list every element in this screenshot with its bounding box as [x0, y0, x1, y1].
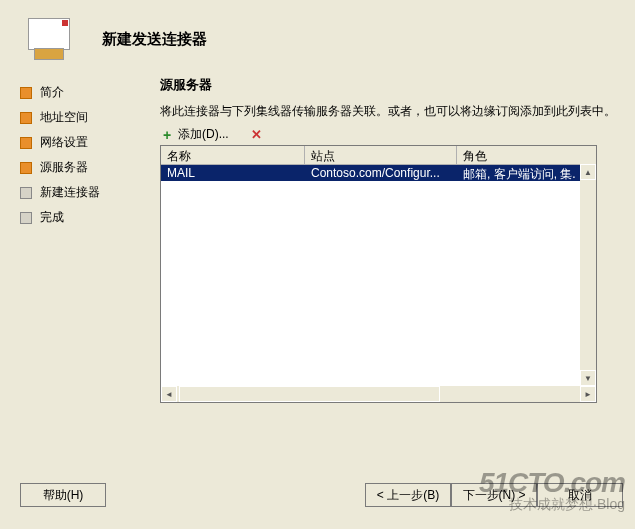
cell-role: 邮箱, 客户端访问, 集. — [457, 165, 596, 181]
scroll-right-icon[interactable]: ► — [580, 386, 596, 402]
wizard-steps-sidebar: 简介 地址空间 网络设置 源服务器 新建连接器 完成 — [20, 74, 160, 403]
wizard-dialog: 新建发送连接器 简介 地址空间 网络设置 源服务器 新建连接器 完成 源服务器 … — [0, 0, 635, 529]
remove-icon[interactable]: ✕ — [251, 127, 262, 142]
scroll-thumb[interactable] — [179, 386, 440, 402]
back-button[interactable]: < 上一步(B) — [365, 483, 451, 507]
wizard-title: 新建发送连接器 — [102, 30, 207, 49]
step-network-settings[interactable]: 网络设置 — [20, 130, 160, 155]
wizard-buttons: 帮助(H) < 上一步(B) 下一步(N) > 取消 — [20, 483, 623, 507]
step-indicator-icon — [20, 162, 32, 174]
cancel-button[interactable]: 取消 — [537, 483, 623, 507]
column-header-name[interactable]: 名称 — [161, 146, 305, 164]
column-header-site[interactable]: 站点 — [305, 146, 457, 164]
add-button[interactable]: 添加(D)... — [178, 126, 229, 143]
plus-icon: + — [160, 128, 174, 142]
scroll-down-icon[interactable]: ▼ — [580, 370, 596, 386]
panel-title: 源服务器 — [160, 76, 627, 94]
next-button[interactable]: 下一步(N) > — [451, 483, 537, 507]
step-indicator-icon — [20, 187, 32, 199]
step-complete: 完成 — [20, 205, 160, 230]
scroll-left-icon[interactable]: ◄ — [161, 386, 177, 402]
horizontal-scrollbar[interactable]: ◄ ► — [161, 386, 596, 402]
step-indicator-icon — [20, 87, 32, 99]
panel-description: 将此连接器与下列集线器传输服务器关联。或者，也可以将边缘订阅添加到此列表中。 — [160, 102, 627, 120]
help-button[interactable]: 帮助(H) — [20, 483, 106, 507]
step-source-server[interactable]: 源服务器 — [20, 155, 160, 180]
list-header: 名称 站点 角色 — [161, 146, 596, 165]
step-new-connector: 新建连接器 — [20, 180, 160, 205]
step-intro[interactable]: 简介 — [20, 80, 160, 105]
scroll-up-icon[interactable]: ▲ — [580, 164, 596, 180]
column-header-role[interactable]: 角色 — [457, 146, 596, 164]
step-address-space[interactable]: 地址空间 — [20, 105, 160, 130]
cell-name: MAIL — [161, 165, 305, 181]
server-listbox[interactable]: 名称 站点 角色 MAIL Contoso.com/Configur... 邮箱… — [160, 145, 597, 403]
header: 新建发送连接器 — [0, 0, 635, 74]
vertical-scrollbar[interactable]: ▲ ▼ — [580, 164, 596, 386]
table-row[interactable]: MAIL Contoso.com/Configur... 邮箱, 客户端访问, … — [161, 165, 596, 181]
step-indicator-icon — [20, 212, 32, 224]
source-server-panel: 源服务器 将此连接器与下列集线器传输服务器关联。或者，也可以将边缘订阅添加到此列… — [160, 74, 627, 403]
list-toolbar: + 添加(D)... ✕ — [160, 126, 627, 143]
connector-icon — [20, 18, 78, 60]
step-indicator-icon — [20, 112, 32, 124]
step-indicator-icon — [20, 137, 32, 149]
cell-site: Contoso.com/Configur... — [305, 165, 457, 181]
